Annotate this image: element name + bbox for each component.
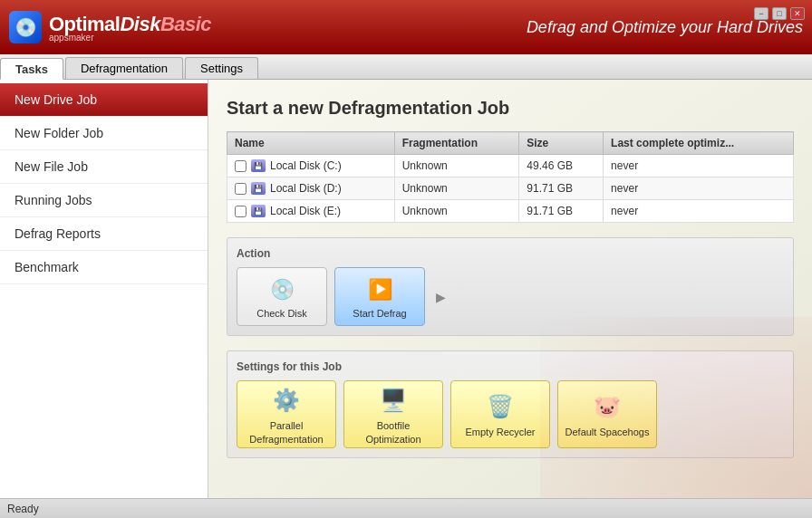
action-buttons: 💿 Check Disk ▶️ Start Defrag ▶ <box>237 267 784 326</box>
drive-row-c: 💾 Local Disk (C:) <box>235 159 387 172</box>
drive-checkbox-c[interactable] <box>235 160 246 172</box>
drive-row-d: 💾 Local Disk (D:) <box>235 182 387 195</box>
bootfile-label: BootfileOptimization <box>365 419 420 446</box>
col-header-last-optimized: Last complete optimiz... <box>604 132 794 155</box>
size-c: 49.46 GB <box>519 155 604 177</box>
drive-table: Name Fragmentation Size Last complete op… <box>227 131 794 223</box>
start-defrag-icon: ▶️ <box>365 275 394 304</box>
sidebar-item-new-file-job[interactable]: New File Job <box>0 150 208 184</box>
status-bar: Ready <box>0 498 812 518</box>
drive-icon-e: 💾 <box>251 205 266 217</box>
drive-label-e: Local Disk (E:) <box>270 205 341 217</box>
start-defrag-label: Start Defrag <box>353 308 406 319</box>
sidebar-item-benchmark[interactable]: Benchmark <box>0 251 208 284</box>
main-layout: New Drive Job New Folder Job New File Jo… <box>0 80 812 498</box>
empty-recycler-button[interactable]: 🗑️ Empty Recycler <box>450 380 550 448</box>
check-disk-button[interactable]: 💿 Check Disk <box>237 267 327 326</box>
close-button[interactable]: ✕ <box>790 7 805 20</box>
drive-icon-c: 💾 <box>251 159 266 172</box>
parallel-defrag-label: ParallelDefragmentation <box>249 419 323 446</box>
size-d: 91.71 GB <box>519 177 604 200</box>
drive-name-d: 💾 Local Disk (D:) <box>227 177 395 200</box>
empty-recycler-label: Empty Recycler <box>465 426 535 438</box>
sidebar-item-running-jobs[interactable]: Running Jobs <box>0 184 208 217</box>
tab-tasks[interactable]: Tasks <box>0 58 63 80</box>
table-row: 💾 Local Disk (D:) Unknown 91.71 GB never <box>227 177 794 200</box>
app-slogan: Defrag and Optimize your Hard Drives <box>527 18 803 37</box>
drive-label-d: Local Disk (D:) <box>270 182 342 195</box>
drive-label-c: Local Disk (C:) <box>270 159 342 172</box>
arrow-icon: ▶ <box>436 290 446 304</box>
parallel-defrag-icon: ⚙️ <box>270 383 303 416</box>
fragmentation-e: Unknown <box>394 200 519 223</box>
tab-bar: Tasks Defragmentation Settings <box>0 54 812 80</box>
last-optimized-c: never <box>604 155 794 177</box>
col-header-name: Name <box>227 132 395 155</box>
app-name: OptimalDiskBasic <box>49 13 211 35</box>
default-spacehogs-button[interactable]: 🐷 Default Spacehogs <box>557 380 657 448</box>
table-row: 💾 Local Disk (E:) Unknown 91.71 GB never <box>227 200 794 223</box>
drive-name-c: 💾 Local Disk (C:) <box>227 155 395 177</box>
page-title: Start a new Defragmentation Job <box>227 98 794 119</box>
action-section: Action 💿 Check Disk ▶️ Start Defrag ▶ <box>227 237 794 336</box>
fragmentation-d: Unknown <box>394 177 519 200</box>
drive-name-e: 💾 Local Disk (E:) <box>227 200 395 223</box>
parallel-defrag-button[interactable]: ⚙️ ParallelDefragmentation <box>237 380 336 448</box>
app-name-container: OptimalDiskBasic appsmaker <box>49 13 211 43</box>
status-text: Ready <box>7 503 39 515</box>
sidebar-item-new-folder-job[interactable]: New Folder Job <box>0 117 208 150</box>
app-logo: 💿 OptimalDiskBasic appsmaker <box>9 11 211 43</box>
restore-button[interactable]: □ <box>772 7 787 20</box>
bootfile-optimization-button[interactable]: 🖥️ BootfileOptimization <box>343 380 443 448</box>
check-disk-label: Check Disk <box>256 308 307 319</box>
col-header-size: Size <box>519 132 604 155</box>
col-header-fragmentation: Fragmentation <box>394 132 519 155</box>
bootfile-icon: 🖥️ <box>377 383 410 416</box>
check-disk-icon: 💿 <box>267 275 296 304</box>
fragmentation-c: Unknown <box>394 155 519 177</box>
recycler-icon: 🗑️ <box>484 389 517 422</box>
sidebar-item-new-drive-job[interactable]: New Drive Job <box>0 83 208 117</box>
settings-buttons: ⚙️ ParallelDefragmentation 🖥️ BootfileOp… <box>237 380 784 448</box>
minimize-button[interactable]: − <box>754 7 768 20</box>
default-spacehogs-label: Default Spacehogs <box>566 426 650 438</box>
drive-icon-d: 💾 <box>251 182 266 195</box>
settings-label: Settings for this Job <box>237 360 784 373</box>
tab-defragmentation[interactable]: Defragmentation <box>65 57 183 79</box>
logo-icon: 💿 <box>9 11 42 43</box>
content-area: Start a new Defragmentation Job Name Fra… <box>208 80 812 498</box>
drive-checkbox-e[interactable] <box>235 206 246 217</box>
last-optimized-d: never <box>604 177 794 200</box>
drive-row-e: 💾 Local Disk (E:) <box>235 205 387 217</box>
tab-settings[interactable]: Settings <box>185 57 258 79</box>
drive-checkbox-d[interactable] <box>235 183 246 195</box>
size-e: 91.71 GB <box>519 200 604 223</box>
window-controls[interactable]: − □ ✕ <box>754 7 805 20</box>
sidebar-item-defrag-reports[interactable]: Defrag Reports <box>0 217 208 251</box>
settings-section: Settings for this Job ⚙️ ParallelDefragm… <box>227 350 794 458</box>
last-optimized-e: never <box>604 200 794 223</box>
title-bar: 💿 OptimalDiskBasic appsmaker Defrag and … <box>0 0 812 54</box>
sidebar: New Drive Job New Folder Job New File Jo… <box>0 80 208 498</box>
spacehogs-icon: 🐷 <box>591 389 624 422</box>
action-label: Action <box>237 247 784 260</box>
start-defrag-button[interactable]: ▶️ Start Defrag <box>334 267 425 326</box>
table-row: 💾 Local Disk (C:) Unknown 49.46 GB never <box>227 155 794 177</box>
